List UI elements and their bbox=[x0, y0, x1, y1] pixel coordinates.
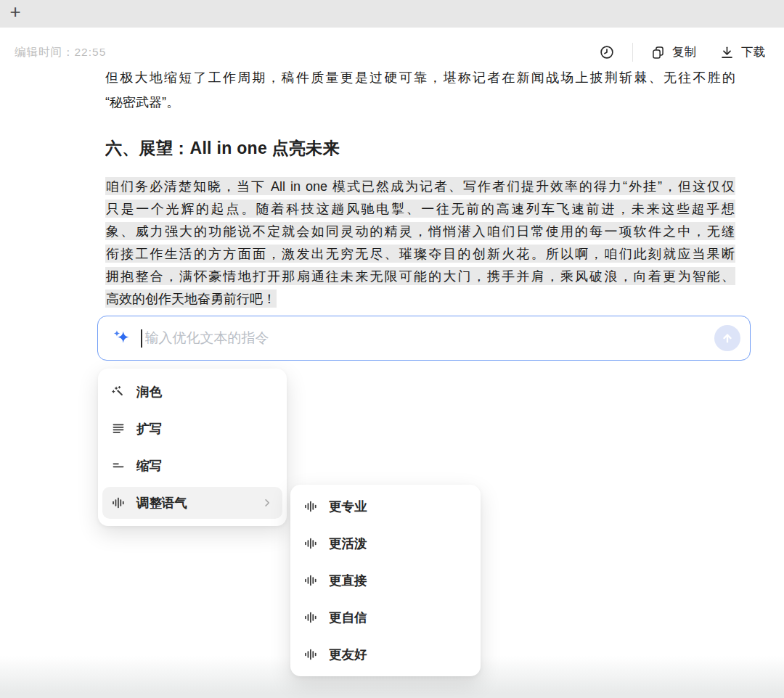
highlighted-paragraph: 咱们务必清楚知晓，当下 All in one 模式已然成为记者、写作者们提升效率… bbox=[105, 175, 735, 310]
edit-time-label: 编辑时间：22:55 bbox=[15, 45, 106, 60]
submenu-item-label: 更友好 bbox=[329, 646, 367, 663]
menu-item-label: 调整语气 bbox=[136, 494, 187, 512]
expand-lines-icon bbox=[111, 422, 126, 436]
highlighted-line: 咱们务必清楚知晓，当下 All in one 模式已然成为记者、写作者们提升效率… bbox=[105, 175, 735, 197]
waveform-icon bbox=[303, 647, 318, 662]
submenu-item-label: 更专业 bbox=[329, 498, 367, 515]
highlighted-line: 衔接工作生活的方方面面，激发出无穷无尽、璀璨夺目的创新火花。所以啊，咱们此刻就应… bbox=[105, 242, 735, 265]
text-caret bbox=[141, 329, 142, 348]
section-heading: 六、展望：All in one 点亮未来 bbox=[105, 136, 735, 160]
menu-item-expand[interactable]: 扩写 bbox=[102, 413, 282, 445]
ai-prompt-inputbox[interactable] bbox=[97, 316, 751, 361]
intro-line: 但极大地缩短了工作周期，稿件质量更是过硬可靠，堪称记者在新闻战场上披荆斩棘、无往… bbox=[105, 70, 735, 90]
download-icon bbox=[719, 45, 735, 60]
submenu-item-more-friendly[interactable]: 更友好 bbox=[295, 639, 476, 670]
submenu-item-more-professional[interactable]: 更专业 bbox=[295, 490, 476, 522]
menu-item-label: 润色 bbox=[136, 383, 162, 401]
ai-actions-menu: 润色 扩写 缩写 调整语气 bbox=[98, 369, 287, 526]
download-label: 下载 bbox=[741, 44, 765, 60]
history-clock-icon[interactable] bbox=[599, 44, 615, 60]
submenu-item-label: 更自信 bbox=[329, 609, 367, 626]
menu-item-shorten[interactable]: 缩写 bbox=[102, 450, 282, 482]
highlighted-line: 只是一个光辉的起点。随着科技这趟风驰电掣、一往无前的高速列车飞速前进，未来这些超… bbox=[105, 197, 735, 220]
waveform-icon bbox=[303, 499, 318, 514]
copy-icon bbox=[650, 45, 666, 60]
prompt-input[interactable] bbox=[144, 329, 715, 347]
shorten-lines-icon bbox=[111, 459, 126, 473]
submenu-item-more-direct[interactable]: 更直接 bbox=[295, 564, 476, 596]
waveform-icon bbox=[303, 573, 318, 588]
intro-line: “秘密武器”。 bbox=[105, 90, 735, 115]
copy-label: 复制 bbox=[672, 44, 696, 60]
highlighted-line: 高效的创作天地奋勇前行吧！ bbox=[105, 287, 735, 310]
toolbar-divider bbox=[632, 43, 633, 62]
chevron-right-icon bbox=[261, 496, 274, 509]
new-tab-plus-icon[interactable]: + bbox=[5, 1, 25, 22]
submenu-item-more-confident[interactable]: 更自信 bbox=[295, 601, 476, 633]
download-button[interactable]: 下载 bbox=[719, 44, 765, 60]
menu-item-label: 缩写 bbox=[136, 457, 162, 475]
arrow-up-icon bbox=[720, 331, 735, 345]
tone-submenu: 更专业 更活泼 更直接 更自信 更友好 bbox=[290, 485, 481, 676]
waveform-icon bbox=[303, 610, 318, 625]
highlighted-line: 象、威力强大的功能说不定就会如同灵动的精灵，悄悄潜入咱们日常使用的每一项软件之中… bbox=[105, 220, 735, 242]
menu-item-adjust-tone[interactable]: 调整语气 bbox=[102, 487, 282, 519]
browser-topbar: + bbox=[0, 0, 784, 28]
waveform-icon bbox=[303, 536, 318, 551]
submenu-item-more-lively[interactable]: 更活泼 bbox=[295, 527, 476, 559]
toolbar-actions: 复制 下载 bbox=[599, 41, 765, 64]
highlighted-line: 拥抱整合，满怀豪情地打开那扇通往未来无限可能的大门，携手并肩，乘风破浪，向着更为… bbox=[105, 265, 735, 287]
waveform-icon bbox=[111, 496, 126, 510]
send-button[interactable] bbox=[714, 325, 740, 351]
copy-button[interactable]: 复制 bbox=[650, 44, 696, 60]
document-area: 但极大地缩短了工作周期，稿件质量更是过硬可靠，堪称记者在新闻战场上披荆斩棘、无往… bbox=[105, 70, 735, 310]
menu-item-label: 扩写 bbox=[136, 420, 162, 438]
submenu-item-label: 更直接 bbox=[329, 572, 367, 589]
submenu-item-label: 更活泼 bbox=[329, 535, 367, 552]
menu-item-polish[interactable]: 润色 bbox=[102, 376, 282, 408]
ai-sparkle-icon bbox=[112, 329, 131, 348]
magic-wand-icon bbox=[111, 385, 126, 399]
intro-paragraph: 但极大地缩短了工作周期，稿件质量更是过硬可靠，堪称记者在新闻战场上披荆斩棘、无往… bbox=[105, 70, 735, 115]
